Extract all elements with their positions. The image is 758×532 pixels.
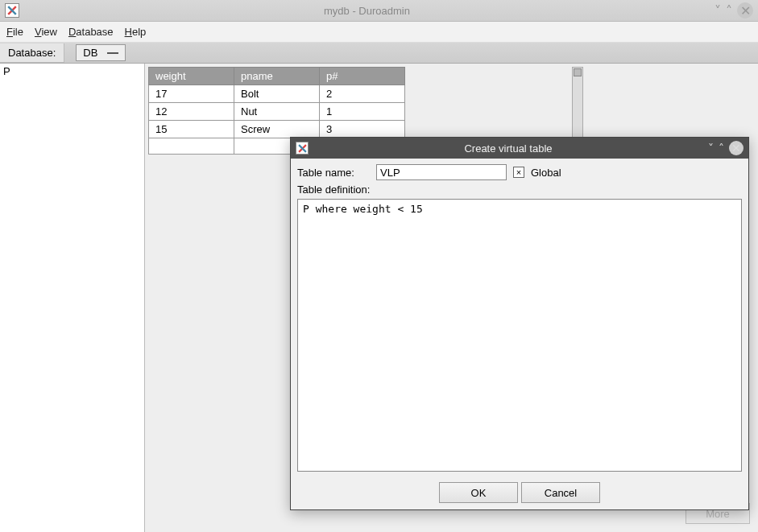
menu-database[interactable]: Database (68, 26, 114, 38)
dialog-title: Create virtual table (309, 142, 708, 155)
global-label: Global (531, 167, 561, 179)
dialog-close-icon[interactable]: ✕ (729, 141, 744, 155)
cell[interactable]: 15 (149, 121, 234, 138)
cell[interactable]: Bolt (234, 85, 320, 103)
app-icon (5, 3, 19, 18)
cell[interactable]: 17 (149, 85, 234, 103)
sidebar: P (0, 64, 145, 532)
cell[interactable]: 12 (149, 103, 234, 121)
table-definition-textarea[interactable]: P where weight < 15 (297, 199, 742, 472)
menu-bar: File View Database Help (0, 22, 758, 43)
maximize-icon[interactable]: ˄ (726, 3, 732, 19)
ok-button[interactable]: OK (439, 482, 518, 503)
table-row[interactable]: 15 Screw 3 (149, 121, 405, 138)
menu-file[interactable]: File (6, 26, 23, 38)
close-icon[interactable]: ✕ (737, 2, 753, 19)
cell[interactable] (149, 138, 234, 155)
toolbar: Database: DB (0, 43, 758, 64)
create-virtual-table-dialog: Create virtual table ˅ ˄ ✕ Table name: ×… (290, 137, 749, 510)
database-value: DB (83, 47, 97, 59)
global-checkbox[interactable]: × (513, 167, 524, 178)
cell[interactable]: Nut (234, 103, 320, 121)
dropdown-icon (107, 52, 118, 54)
dialog-app-icon (296, 142, 309, 155)
table-name-input[interactable] (376, 164, 507, 180)
minimize-icon[interactable]: ˅ (715, 3, 721, 19)
dialog-minimize-icon[interactable]: ˅ (708, 142, 714, 155)
menu-view[interactable]: View (35, 26, 57, 38)
cancel-button[interactable]: Cancel (521, 482, 600, 503)
sidebar-item-table[interactable]: P (3, 65, 141, 77)
cell[interactable]: Screw (234, 121, 320, 138)
dialog-titlebar: Create virtual table ˅ ˄ ✕ (291, 138, 748, 159)
table-name-label: Table name: (297, 167, 370, 179)
main-window-titlebar: mydb - Duroadmin ˅ ˄ ✕ (0, 0, 758, 22)
table-definition-label: Table definition: (297, 184, 370, 196)
database-selector[interactable]: DB (76, 44, 126, 61)
col-pnum[interactable]: p# (320, 68, 405, 85)
table-row[interactable]: 12 Nut 1 (149, 103, 405, 121)
cell[interactable]: 3 (320, 121, 405, 138)
menu-help[interactable]: Help (125, 26, 147, 38)
window-title: mydb - Duroadmin (19, 5, 715, 17)
vertical-scrollbar[interactable] (572, 67, 583, 139)
database-label: Database: (0, 43, 64, 63)
table-row[interactable]: 17 Bolt 2 (149, 85, 405, 103)
scrollbar-thumb[interactable] (574, 68, 582, 76)
col-pname[interactable]: pname (234, 68, 320, 85)
cell[interactable]: 2 (320, 85, 405, 103)
dialog-maximize-icon[interactable]: ˄ (719, 142, 724, 155)
cell[interactable]: 1 (320, 103, 405, 121)
col-weight[interactable]: weight (149, 68, 234, 85)
